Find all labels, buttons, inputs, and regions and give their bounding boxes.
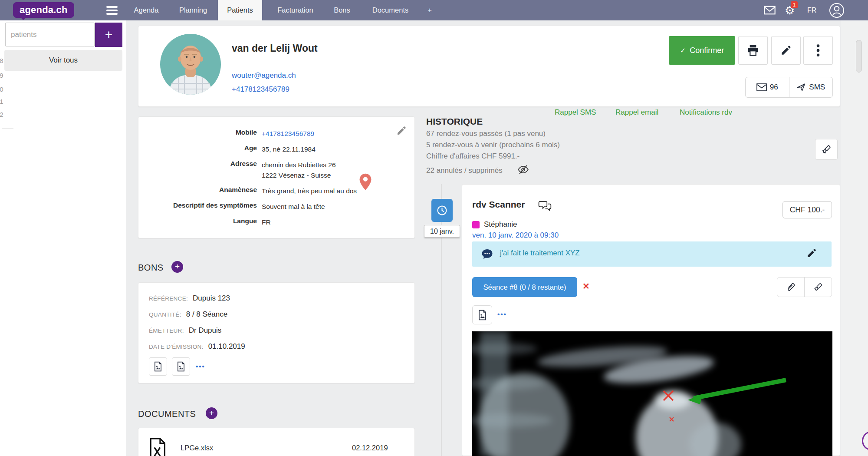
messages-button[interactable] <box>764 0 776 20</box>
annotate-button[interactable] <box>804 278 832 297</box>
patient-name: van der Lelij Wout <box>232 43 318 54</box>
historique-annotate-button[interactable] <box>815 139 838 160</box>
message-count-group: 96 SMS <box>745 77 833 98</box>
clock-icon <box>436 205 448 216</box>
kebab-menu-icon <box>816 44 820 57</box>
patient-phone-link[interactable]: +4178123456789 <box>232 85 289 94</box>
file-image-icon <box>154 361 162 372</box>
attach-file-button[interactable] <box>777 278 804 297</box>
scrollbar-gutter <box>841 20 868 456</box>
top-navbar: agenda.ch Agenda Planning Patients Factu… <box>0 0 868 20</box>
tab-documents[interactable]: Documents <box>370 0 411 20</box>
avatar-icon <box>829 3 845 18</box>
tab-bons[interactable]: Bons <box>333 0 351 20</box>
document-card[interactable]: LPGe.xlsx 02.12.2019 <box>138 428 415 456</box>
print-button[interactable] <box>738 36 768 65</box>
tab-add[interactable]: + <box>423 0 436 20</box>
confirm-button[interactable]: ✓Confirmer <box>669 36 735 65</box>
file-image-icon <box>478 310 487 321</box>
remove-seance-icon[interactable]: ✕ <box>582 281 590 291</box>
patient-header-card: van der Lelij Wout wouter@agenda.ch +417… <box>138 26 840 107</box>
price-badge[interactable]: CHF 100.- <box>783 201 832 218</box>
map-pin-icon[interactable] <box>359 173 372 191</box>
patient-photo <box>160 34 221 95</box>
account-button[interactable] <box>829 0 845 20</box>
attachment-toolbar <box>777 277 832 297</box>
scrollbar-thumb[interactable] <box>856 40 862 73</box>
view-all-button[interactable]: Voir tous <box>4 50 122 71</box>
check-icon: ✓ <box>680 47 686 54</box>
therapist-name: Stéphanie <box>484 220 517 229</box>
historique-stat: 67 rendez-vous passés (1 pas venu) <box>426 129 546 138</box>
historique-cancelled: 22 annulés / supprimés <box>426 166 503 175</box>
tab-facturation[interactable]: Facturation <box>274 0 316 20</box>
edit-patient-button[interactable] <box>771 36 801 65</box>
more-options-button[interactable] <box>803 36 833 65</box>
rappel-email-link[interactable]: Rappel email <box>615 108 658 117</box>
bons-section-title: BONS <box>138 263 164 273</box>
patients-sidebar: + Voir tous 48 49 50 51 52 1 <box>0 20 126 456</box>
language-selector[interactable]: FR <box>807 0 816 20</box>
settings-button[interactable]: ⚙ 1 <box>785 0 795 20</box>
clipped-row-number: 51 <box>0 98 7 105</box>
notifications-rdv-link[interactable]: Notifications rdv <box>680 108 732 117</box>
bon-file-button[interactable] <box>172 357 190 376</box>
eye-slash-icon[interactable] <box>517 165 529 175</box>
edit-info-pencil-icon[interactable] <box>396 126 407 136</box>
patient-page: agenda.ch Agenda Planning Patients Factu… <box>0 0 868 456</box>
rappel-sms-link[interactable]: Rappel SMS <box>555 108 596 117</box>
clipped-row-number: 48 <box>0 57 7 64</box>
bon-row-quantite: QUANTITÉ:8 / 8 Séance <box>149 310 227 319</box>
appointment-datetime-link[interactable]: ven. 10 janv. 2020 à 09:30 <box>472 231 559 240</box>
bon-card: RÉFÉRENCE:Dupuis 123 QUANTITÉ:8 / 8 Séan… <box>138 282 415 383</box>
appointment-time-button[interactable] <box>431 199 453 222</box>
gear-icon: ⚙ 1 <box>785 5 795 16</box>
historique-stat: 5 rendez-vous à venir (prochains 6 mois) <box>426 141 560 149</box>
appointment-file-button[interactable] <box>472 305 492 324</box>
document-file-date: 02.12.2019 <box>352 444 388 452</box>
highlighter-icon <box>813 282 823 292</box>
add-bon-button[interactable]: + <box>171 261 183 273</box>
clipped-row-number: 52 <box>0 111 7 118</box>
appointment-more-link[interactable]: ••• <box>497 311 507 318</box>
envelope-small-icon <box>756 83 767 91</box>
clipped-row-number: 50 <box>0 86 7 93</box>
add-document-button[interactable]: + <box>206 407 217 419</box>
clipped-row-number: 49 <box>0 72 7 79</box>
bon-row-emetteur: ÉMETTEUR:Dr Dupuis <box>149 326 221 335</box>
add-patient-button[interactable]: + <box>95 23 122 47</box>
envelope-icon <box>764 6 776 15</box>
hamburger-menu-icon[interactable] <box>106 6 118 17</box>
patient-info-card: Mobile +4178123456789 Age 35, né 22.11.1… <box>138 116 415 238</box>
bon-file-button[interactable] <box>149 357 167 376</box>
excel-file-icon <box>149 438 166 456</box>
comment-box: j'ai fait le traitement XYZ <box>472 241 832 267</box>
mobile-link[interactable]: +4178123456789 <box>262 129 314 139</box>
historique-title: HISTORIQUE <box>426 116 483 127</box>
printer-icon <box>746 44 760 56</box>
file-image-icon <box>177 361 185 372</box>
notification-badge: 1 <box>791 1 798 8</box>
xray-image[interactable] <box>472 331 832 456</box>
sms-button[interactable]: SMS <box>789 77 833 97</box>
patient-email-link[interactable]: wouter@agenda.ch <box>232 71 296 80</box>
comment-text: j'ai fait le traitement XYZ <box>500 249 580 258</box>
chat-bubbles-icon[interactable] <box>538 200 552 212</box>
sidebar-divider <box>2 129 13 129</box>
send-plane-icon <box>796 83 806 92</box>
historique-stat: Chiffre d'affaires CHF 5991.- <box>426 152 519 161</box>
tab-agenda[interactable]: Agenda <box>133 0 160 20</box>
appointment-title: rdv Scanner <box>472 199 525 210</box>
document-file-name: LPGe.xlsx <box>181 444 213 452</box>
bon-more-link[interactable]: ••• <box>196 363 205 370</box>
seance-button[interactable]: Séance #8 (0 / 8 restante) <box>472 277 577 297</box>
email-count-button[interactable]: 96 <box>746 77 789 97</box>
edit-comment-pencil-icon[interactable] <box>806 248 817 258</box>
appointment-card: rdv Scanner Stéphanie ven. 10 janv. 2020… <box>462 184 840 456</box>
tab-patients[interactable]: Patients <box>218 0 262 20</box>
bon-row-date-emission: DATE D'ÉMISSION:01.10.2019 <box>149 342 245 351</box>
tab-planning[interactable]: Planning <box>177 0 209 20</box>
documents-section-title: DOCUMENTS <box>138 409 196 419</box>
bon-row-reference: RÉFÉRENCE:Dupuis 123 <box>149 294 230 303</box>
patient-search-input[interactable] <box>5 23 95 46</box>
